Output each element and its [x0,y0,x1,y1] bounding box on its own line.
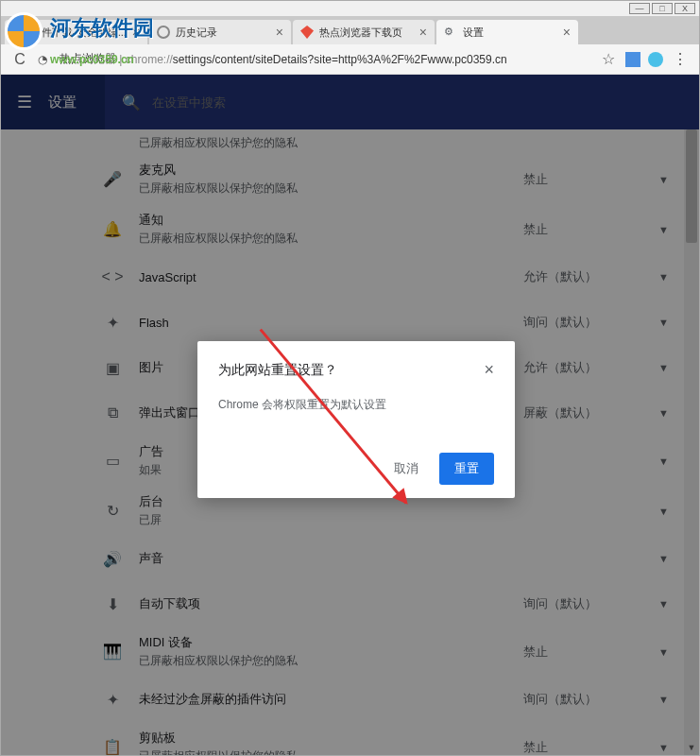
reload-button[interactable]: C [9,48,31,71]
tab-2[interactable]: 热点浏览器下载页 × [293,20,435,44]
reset-dialog: 为此网站重置设置？ × Chrome 会将权限重置为默认设置 取消 重置 [197,341,515,498]
menu-icon[interactable]: ⋮ [669,48,691,71]
confirm-button[interactable]: 重置 [439,453,494,485]
tab-title: 设置 [463,26,484,40]
bookmark-icon[interactable]: ☆ [597,48,620,71]
tab-title: 历史记录 [176,26,217,40]
extension-icon[interactable] [625,52,640,67]
dialog-title: 为此网站重置设置？ [218,362,337,379]
dialog-close-icon[interactable]: × [484,360,494,380]
tab-close-icon[interactable]: × [127,25,140,40]
globe-icon [12,26,26,39]
site-info-icon[interactable]: ◔ [31,48,54,71]
tab-title: 热点浏览器下载页 [319,26,402,40]
gear-icon: ⚙ [444,26,457,39]
tab-close-icon[interactable]: × [557,25,571,40]
modal-overlay [1,75,699,129]
window-maximize-button[interactable]: □ [652,3,673,14]
extension-icons [620,52,669,67]
tab-0[interactable]: 软件下载-安全的绿... × [5,20,147,44]
tab-close-icon[interactable]: × [414,25,427,40]
tab-close-icon[interactable]: × [270,25,283,40]
cancel-button[interactable]: 取消 [383,453,430,485]
dialog-body: Chrome 会将权限重置为默认设置 [218,397,494,413]
tab-3-active[interactable]: ⚙ 设置 × [436,20,578,44]
history-icon [157,26,170,39]
address-bar: C ◔ 热点浏览器 | chrome:// settings/content/s… [1,44,699,75]
window-minimize-button[interactable]: — [629,3,650,14]
url-input[interactable]: 热点浏览器 | chrome:// settings/content/siteD… [54,48,597,71]
window-close-button[interactable]: X [674,3,695,14]
extension-icon[interactable] [648,52,663,67]
location-icon [300,26,314,39]
tab-strip: 软件下载-安全的绿... × 历史记录 × 热点浏览器下载页 × ⚙ 设置 × [1,16,699,44]
tab-1[interactable]: 历史记录 × [149,20,291,44]
tab-title: 软件下载-安全的绿... [31,26,127,40]
window-titlebar: — □ X [1,1,699,16]
